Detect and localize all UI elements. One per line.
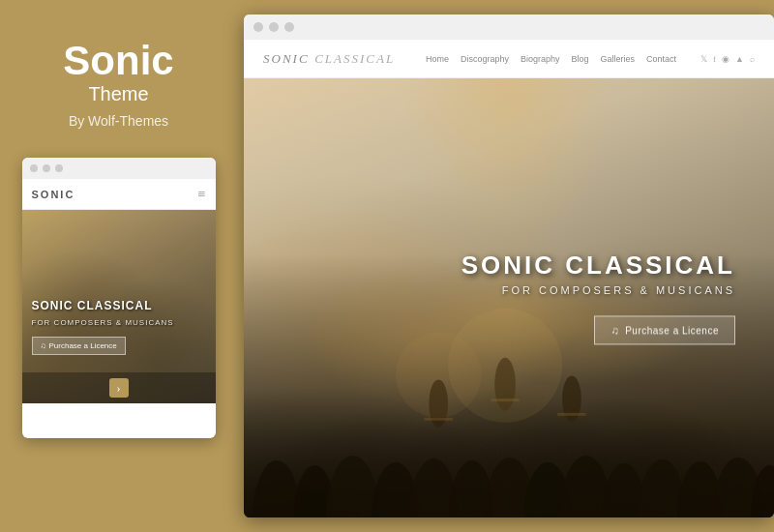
mobile-purchase-button[interactable]: ♫ Purchase a Licence <box>32 337 126 355</box>
search-icon[interactable]: ⌕ <box>750 54 755 64</box>
svg-point-0 <box>253 460 300 517</box>
hero-title-text: SONIC CLASSICAL <box>461 251 735 280</box>
mobile-nav: SONIC ≡ <box>22 179 216 210</box>
mobile-hamburger-icon[interactable]: ≡ <box>198 187 206 202</box>
mobile-chevron-icon[interactable]: › <box>109 378 129 398</box>
nav-link-discography[interactable]: Discography <box>461 54 509 64</box>
theme-subtitle: Theme <box>88 83 148 105</box>
mobile-music-icon: ♫ <box>41 341 46 350</box>
desktop-titlebar <box>244 15 774 40</box>
left-panel: Sonic Theme By Wolf-Themes SONIC ≡ SONIC… <box>0 0 237 532</box>
nav-link-biography[interactable]: Biography <box>521 54 560 64</box>
desktop-logo-sonic: SONIC <box>263 51 310 66</box>
desktop-preview: SONIC Classical Home Discography Biograp… <box>244 15 774 517</box>
nav-link-blog[interactable]: Blog <box>572 54 589 64</box>
mobile-logo: SONIC <box>32 189 75 200</box>
mobile-hero: SONIC CLASSICAL FOR COMPOSERS & MUSICANS… <box>22 210 216 403</box>
desktop-hero: SONIC CLASSICAL FOR COMPOSERS & MUSICANS… <box>244 78 774 517</box>
mobile-dot-3 <box>55 164 63 172</box>
mobile-hero-sub: FOR COMPOSERS & MUSICANS <box>32 318 206 327</box>
desktop-nav-links: Home Discography Biography Blog Gallerie… <box>426 54 676 64</box>
facebook-icon[interactable]: f <box>713 54 716 64</box>
hero-btn-label: Purchase a Licence <box>625 325 719 336</box>
hero-content: SONIC CLASSICAL FOR COMPOSERS & MUSICANS… <box>461 251 735 344</box>
desktop-logo-classical: Classical <box>314 51 395 66</box>
twitter-icon[interactable]: 𝕏 <box>700 54 707 64</box>
desktop-dot-3 <box>284 22 294 32</box>
mobile-btn-label: Purchase a Licence <box>49 341 117 350</box>
mobile-preview: SONIC ≡ SONIC CLASSICAL FOR COMPOSERS & … <box>22 158 216 438</box>
hero-music-icon: ♫ <box>610 325 619 337</box>
desktop-dot-2 <box>269 22 279 32</box>
theme-by: By Wolf-Themes <box>69 113 168 129</box>
mobile-hero-title: SONIC CLASSICAL <box>32 299 206 314</box>
hero-subtitle: FOR COMPOSERS & MUSICANS <box>461 285 735 297</box>
mobile-titlebar <box>22 158 216 179</box>
mobile-dot-1 <box>30 164 38 172</box>
desktop-nav-icons: 𝕏 f ◉ ▲ ⌕ <box>700 54 755 64</box>
nav-link-galleries[interactable]: Galleries <box>601 54 636 64</box>
mobile-dot-2 <box>43 164 50 172</box>
svg-rect-19 <box>557 413 586 416</box>
hero-title: SONIC CLASSICAL <box>461 251 735 281</box>
purchase-licence-button[interactable]: ♫ Purchase a Licence <box>594 316 735 345</box>
svg-rect-17 <box>424 418 453 421</box>
spotify-icon[interactable]: ▲ <box>735 54 744 64</box>
nav-link-contact[interactable]: Contact <box>646 54 676 64</box>
mobile-hero-content: SONIC CLASSICAL FOR COMPOSERS & MUSICANS… <box>32 299 206 356</box>
desktop-dot-1 <box>253 22 263 32</box>
soundcloud-icon[interactable]: ◉ <box>722 54 729 64</box>
nav-link-home[interactable]: Home <box>426 54 449 64</box>
desktop-nav: SONIC Classical Home Discography Biograp… <box>244 40 774 78</box>
desktop-logo: SONIC Classical <box>263 51 395 67</box>
light-source <box>402 78 614 254</box>
svg-point-2 <box>326 456 379 517</box>
mobile-footer-nav: › <box>22 372 216 403</box>
theme-title: Sonic <box>63 39 173 83</box>
